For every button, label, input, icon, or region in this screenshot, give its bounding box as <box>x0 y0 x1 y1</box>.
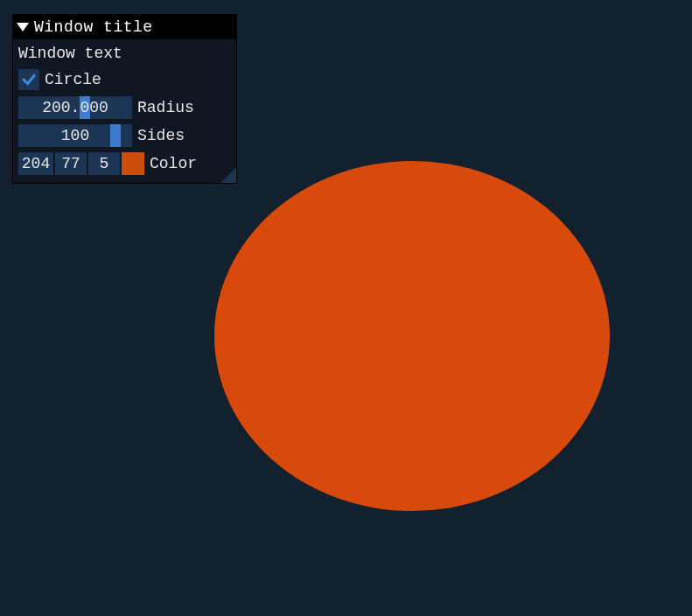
color-label: Color <box>150 155 197 172</box>
sides-row: 100 Sides <box>18 123 231 148</box>
color-b-drag[interactable]: 5 <box>88 152 120 175</box>
color-swatch[interactable] <box>122 152 144 175</box>
radius-label: Radius <box>137 99 194 116</box>
window-title-text: Window title <box>34 18 153 36</box>
radius-slider[interactable]: 200.000 <box>18 96 132 119</box>
sides-slider[interactable]: 100 <box>18 124 132 147</box>
checkmark-icon <box>21 72 37 88</box>
circle-checkbox-row: Circle <box>18 67 231 92</box>
color-g-drag[interactable]: 77 <box>55 152 87 175</box>
circle-checkbox-label: Circle <box>45 71 101 88</box>
color-r-drag[interactable]: 204 <box>18 152 53 175</box>
circle-checkbox[interactable] <box>18 69 39 90</box>
window-titlebar[interactable]: Window title <box>13 15 236 39</box>
window-body: Window text Circle 200.000 Radius 100 <box>13 39 236 183</box>
sides-label: Sides <box>137 127 185 144</box>
radius-row: 200.000 Radius <box>18 95 231 120</box>
radius-slider-value: 200.000 <box>18 99 132 116</box>
collapse-arrow-icon[interactable] <box>17 23 29 32</box>
settings-window: Window title Window text Circle 200.000 … <box>12 14 237 184</box>
canvas-drawn-circle <box>214 161 610 511</box>
sides-slider-value: 100 <box>18 127 132 144</box>
window-resize-grip[interactable] <box>220 167 236 183</box>
color-row: 204 77 5 Color <box>18 151 231 176</box>
window-static-text: Window text <box>18 43 231 64</box>
